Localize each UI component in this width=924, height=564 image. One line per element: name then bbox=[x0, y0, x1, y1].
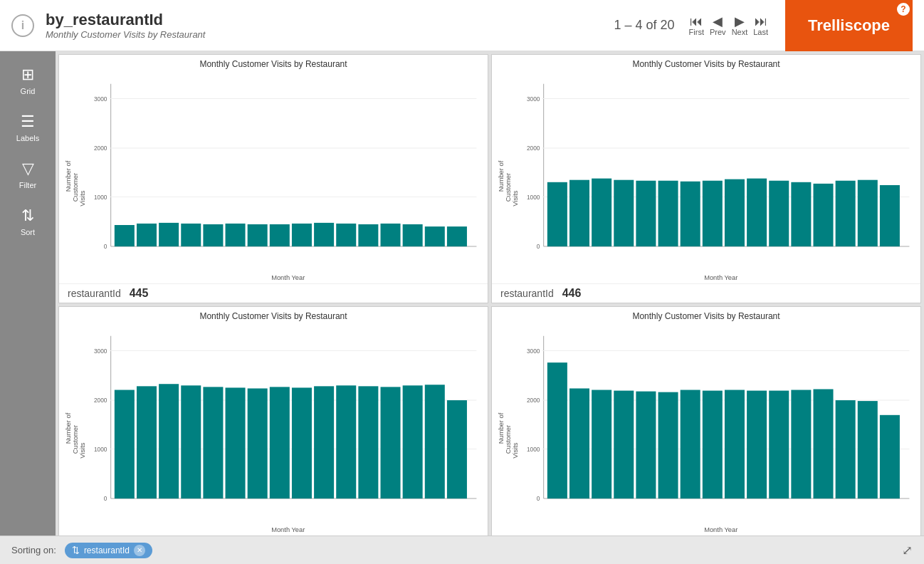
svg-rect-151 bbox=[703, 391, 723, 499]
svg-rect-155 bbox=[791, 390, 811, 499]
svg-text:Customer: Customer bbox=[72, 425, 79, 454]
svg-text:Month Year: Month Year bbox=[704, 274, 737, 281]
header: i by_restaurantId Monthly Customer Visit… bbox=[0, 0, 924, 51]
chart-panel-448: Monthly Customer Visits by Restaurant Nu… bbox=[491, 306, 921, 536]
chart-svg-445: Number of Customer Visits 0 1000 2000 bbox=[59, 69, 488, 283]
page-subtitle: Monthly Customer Visits by Restaurant bbox=[46, 29, 614, 40]
next-button[interactable]: ▶ Next bbox=[732, 15, 748, 36]
svg-rect-61 bbox=[658, 181, 678, 246]
svg-rect-56 bbox=[547, 182, 567, 246]
svg-text:Number of: Number of bbox=[65, 412, 72, 444]
last-button[interactable]: ⏭ Last bbox=[753, 15, 768, 36]
main-layout: ⊞ Grid ☰ Labels ▽ Filter ⇅ Sort Monthly … bbox=[0, 51, 924, 536]
prev-icon: ◀ bbox=[713, 15, 723, 28]
svg-text:Number of: Number of bbox=[498, 412, 505, 444]
svg-text:0: 0 bbox=[104, 243, 107, 250]
svg-rect-147 bbox=[614, 391, 634, 499]
last-icon: ⏭ bbox=[755, 15, 767, 28]
sidebar-item-grid[interactable]: ⊞ Grid bbox=[0, 57, 56, 104]
svg-rect-70 bbox=[858, 180, 878, 246]
svg-text:Month Year: Month Year bbox=[271, 274, 305, 281]
svg-rect-59 bbox=[614, 180, 634, 246]
page-title: by_restaurantId bbox=[46, 11, 614, 29]
svg-rect-26 bbox=[425, 226, 445, 246]
chart-title-445: Monthly Customer Visits by Restaurant bbox=[59, 55, 488, 69]
info-button[interactable]: i bbox=[11, 14, 34, 37]
svg-rect-71 bbox=[880, 185, 900, 246]
svg-rect-157 bbox=[836, 400, 856, 498]
first-icon: ⏮ bbox=[690, 15, 703, 28]
chart-svg-447: Number of Customer Visits 0 1000 2000 30… bbox=[59, 321, 488, 536]
pagination-label: 1 – 4 of 20 bbox=[614, 18, 675, 33]
chart-title-446: Monthly Customer Visits by Restaurant bbox=[492, 55, 920, 69]
svg-rect-105 bbox=[226, 387, 246, 498]
svg-rect-19 bbox=[270, 224, 290, 246]
svg-text:3000: 3000 bbox=[94, 348, 107, 355]
svg-rect-109 bbox=[314, 386, 334, 498]
svg-rect-144 bbox=[547, 362, 567, 498]
svg-rect-23 bbox=[358, 224, 378, 246]
trelliscope-label: Trelliscope bbox=[808, 16, 890, 35]
svg-rect-68 bbox=[814, 184, 834, 246]
chart-panel-445: Monthly Customer Visits by Restaurant Nu… bbox=[58, 54, 488, 303]
restaurant-num-446: 446 bbox=[562, 287, 582, 300]
prev-label: Prev bbox=[710, 28, 726, 36]
sidebar-sort-label: Sort bbox=[21, 228, 35, 236]
sidebar-grid-label: Grid bbox=[21, 87, 36, 95]
svg-text:Number of: Number of bbox=[65, 160, 72, 192]
svg-text:Customer: Customer bbox=[505, 173, 512, 202]
help-badge: ? bbox=[897, 3, 910, 16]
restaurant-id-label-445: restaurantId bbox=[68, 288, 121, 299]
sort-chip-text: restaurantId bbox=[84, 545, 130, 555]
svg-rect-60 bbox=[636, 181, 656, 246]
svg-rect-112 bbox=[381, 387, 401, 498]
svg-text:1000: 1000 bbox=[94, 446, 107, 453]
chart-title-447: Monthly Customer Visits by Restaurant bbox=[59, 307, 488, 321]
svg-rect-158 bbox=[858, 401, 878, 498]
sidebar: ⊞ Grid ☰ Labels ▽ Filter ⇅ Sort bbox=[0, 51, 56, 536]
svg-rect-16 bbox=[203, 224, 223, 246]
svg-text:Customer: Customer bbox=[505, 425, 512, 454]
next-icon: ▶ bbox=[735, 15, 745, 28]
chart-panel-446: Monthly Customer Visits by Restaurant Nu… bbox=[491, 54, 921, 303]
svg-rect-114 bbox=[425, 385, 445, 498]
svg-rect-101 bbox=[137, 386, 157, 498]
svg-rect-145 bbox=[569, 388, 589, 498]
svg-text:Visits: Visits bbox=[79, 442, 86, 458]
sidebar-item-labels[interactable]: ☰ Labels bbox=[0, 104, 56, 151]
svg-rect-15 bbox=[181, 224, 201, 246]
svg-rect-153 bbox=[747, 391, 767, 499]
svg-rect-25 bbox=[403, 224, 423, 246]
svg-rect-62 bbox=[681, 182, 700, 246]
header-title-group: by_restaurantId Monthly Customer Visits … bbox=[46, 11, 614, 40]
charts-area: Monthly Customer Visits by Restaurant Nu… bbox=[56, 51, 924, 536]
svg-rect-63 bbox=[703, 181, 723, 246]
prev-button[interactable]: ◀ Prev bbox=[710, 15, 726, 36]
svg-rect-14 bbox=[159, 223, 179, 246]
labels-icon: ☰ bbox=[21, 113, 35, 131]
svg-rect-154 bbox=[769, 391, 789, 499]
svg-text:Visits: Visits bbox=[79, 190, 86, 206]
sort-chip-remove-button[interactable]: ✕ bbox=[134, 545, 145, 556]
sidebar-labels-label: Labels bbox=[16, 134, 39, 142]
svg-text:Visits: Visits bbox=[512, 190, 519, 206]
expand-button[interactable]: ⤢ bbox=[902, 543, 913, 558]
svg-rect-102 bbox=[159, 384, 179, 498]
svg-rect-22 bbox=[336, 224, 356, 246]
grid-icon: ⊞ bbox=[21, 66, 34, 84]
svg-rect-159 bbox=[880, 415, 900, 498]
sort-chip[interactable]: ⇅ restaurantId ✕ bbox=[65, 543, 152, 558]
svg-rect-69 bbox=[836, 181, 856, 246]
svg-rect-146 bbox=[592, 390, 611, 499]
svg-rect-103 bbox=[181, 385, 201, 498]
svg-rect-66 bbox=[769, 181, 789, 246]
svg-rect-27 bbox=[447, 226, 467, 246]
svg-text:Visits: Visits bbox=[512, 442, 519, 458]
svg-text:3000: 3000 bbox=[527, 95, 540, 103]
sidebar-filter-label: Filter bbox=[19, 181, 36, 189]
trelliscope-button[interactable]: Trelliscope ? bbox=[785, 0, 913, 51]
sidebar-item-sort[interactable]: ⇅ Sort bbox=[0, 198, 56, 245]
sidebar-item-filter[interactable]: ▽ Filter bbox=[0, 151, 56, 198]
chart-title-448: Monthly Customer Visits by Restaurant bbox=[492, 307, 920, 321]
first-button[interactable]: ⏮ First bbox=[689, 15, 704, 36]
